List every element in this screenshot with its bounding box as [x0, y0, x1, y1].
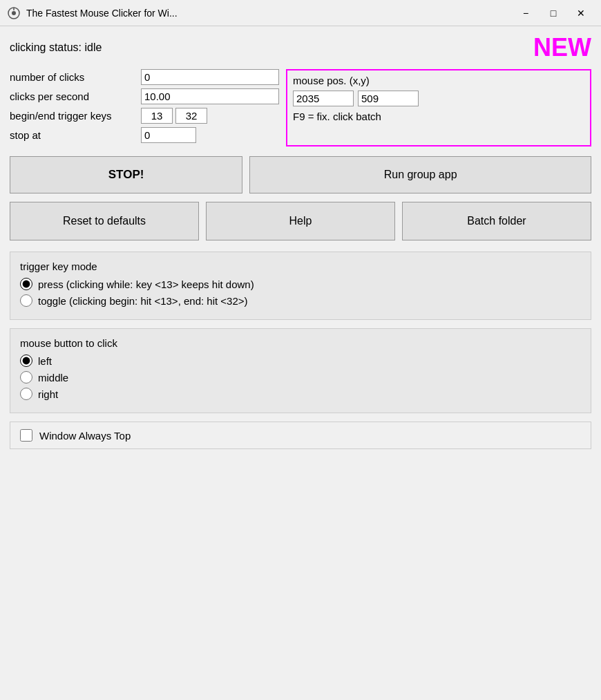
batch-folder-button[interactable]: Batch folder: [402, 202, 591, 240]
minimize-button[interactable]: −: [513, 3, 539, 23]
app-icon: [7, 6, 21, 20]
trigger-key-inputs: [141, 108, 207, 124]
run-group-button[interactable]: Run group app: [249, 156, 591, 193]
mouse-y-input[interactable]: [358, 91, 419, 106]
status-text: clicking status: idle: [10, 41, 102, 54]
mouse-pos-values: [293, 91, 584, 106]
toggle-radio-label: toggle (clicking begin: hit <13>, end: h…: [38, 295, 248, 307]
always-top-row[interactable]: Window Always Top: [10, 422, 591, 449]
right-radio[interactable]: [20, 388, 32, 400]
press-radio[interactable]: [20, 278, 32, 290]
middle-radio-row[interactable]: middle: [20, 371, 581, 384]
left-radio-row[interactable]: left: [20, 354, 581, 367]
title-bar: The Fastest Mouse Clicker for Wi... − □ …: [0, 0, 601, 26]
stop-at-input[interactable]: [141, 127, 196, 143]
trigger-key1-input[interactable]: [141, 108, 173, 124]
secondary-buttons: Reset to defaults Help Batch folder: [10, 202, 591, 240]
always-top-label: Window Always Top: [39, 430, 131, 442]
mouse-pos-box: mouse pos. (x,y) F9 = fix. click batch: [286, 69, 591, 146]
middle-radio-label: middle: [38, 372, 68, 384]
window-title: The Fastest Mouse Clicker for Wi...: [26, 8, 513, 19]
fields-area: number of clicks clicks per second begin…: [10, 69, 591, 146]
middle-radio[interactable]: [20, 371, 32, 384]
f9-text: F9 = fix. click batch: [293, 111, 584, 122]
right-radio-row[interactable]: right: [20, 388, 581, 400]
trigger-key-mode-section: trigger key mode press (clicking while: …: [10, 252, 591, 320]
close-button[interactable]: ✕: [568, 3, 594, 23]
always-top-checkbox[interactable]: [20, 429, 32, 442]
left-radio-label: left: [38, 355, 52, 367]
help-button[interactable]: Help: [206, 202, 395, 240]
toggle-radio[interactable]: [20, 294, 32, 307]
mouse-button-title: mouse button to click: [20, 337, 581, 349]
primary-buttons: STOP! Run group app: [10, 156, 591, 193]
trigger-keys-label: begin/end trigger keys: [10, 110, 141, 122]
new-badge: NEW: [533, 33, 591, 62]
mouse-button-section: mouse button to click left middle right: [10, 328, 591, 413]
maximize-button[interactable]: □: [540, 3, 566, 23]
main-content: clicking status: idle NEW number of clic…: [0, 26, 601, 700]
mouse-pos-label: mouse pos. (x,y): [293, 75, 584, 86]
press-radio-label: press (clicking while: key <13> keeps hi…: [38, 278, 254, 290]
left-radio[interactable]: [20, 354, 32, 367]
trigger-key2-input[interactable]: [175, 108, 207, 124]
mouse-x-input[interactable]: [293, 91, 354, 106]
window-controls: − □ ✕: [513, 3, 594, 23]
toggle-radio-row[interactable]: toggle (clicking begin: hit <13>, end: h…: [20, 294, 581, 307]
press-radio-row[interactable]: press (clicking while: key <13> keeps hi…: [20, 278, 581, 290]
trigger-keys-row: begin/end trigger keys: [10, 108, 279, 124]
right-radio-label: right: [38, 388, 58, 400]
svg-point-1: [12, 11, 16, 15]
stop-at-row: stop at: [10, 127, 279, 143]
clicks-per-sec-input[interactable]: [141, 88, 279, 104]
num-clicks-row: number of clicks: [10, 69, 279, 85]
stop-button[interactable]: STOP!: [10, 156, 242, 193]
num-clicks-label: number of clicks: [10, 71, 141, 83]
trigger-key-mode-title: trigger key mode: [20, 261, 581, 272]
reset-button[interactable]: Reset to defaults: [10, 202, 199, 240]
clicks-per-sec-row: clicks per second: [10, 88, 279, 104]
stop-at-label: stop at: [10, 129, 141, 141]
status-row: clicking status: idle NEW: [10, 33, 591, 62]
left-fields: number of clicks clicks per second begin…: [10, 69, 279, 146]
num-clicks-input[interactable]: [141, 69, 279, 85]
clicks-per-sec-label: clicks per second: [10, 91, 141, 102]
